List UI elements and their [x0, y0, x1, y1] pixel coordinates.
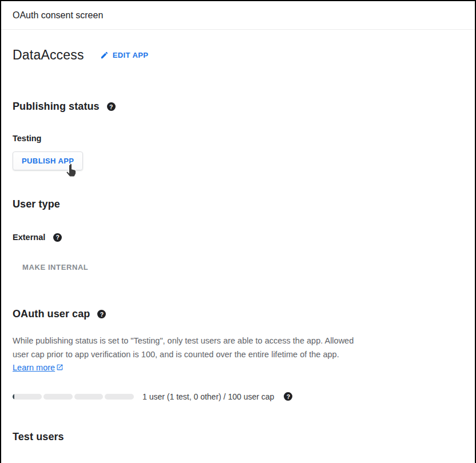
page-title: OAuth consent screen [13, 10, 103, 21]
publishing-status-heading: Publishing status [13, 101, 100, 113]
publish-app-button[interactable]: PUBLISH APP [13, 151, 83, 170]
user-type-heading: User type [13, 198, 60, 210]
progress-segment [74, 394, 104, 400]
edit-app-label: EDIT APP [113, 51, 149, 59]
progress-fill [13, 394, 14, 400]
page-content: DataAccess EDIT APP Publishing status ? … [1, 47, 475, 443]
cap-description-text: While publishing status is set to "Testi… [13, 336, 354, 359]
app-name: DataAccess [13, 47, 84, 63]
user-cap-usage-row: 1 user (1 test, 0 other) / 100 user cap … [13, 392, 463, 401]
user-cap-help-icon[interactable]: ? [284, 392, 292, 401]
learn-more-link[interactable]: Learn more [13, 363, 64, 372]
progress-segment [105, 394, 134, 400]
test-users-heading: Test users [13, 431, 64, 443]
progress-segment [13, 394, 42, 400]
user-cap-usage-text: 1 user (1 test, 0 other) / 100 user cap [142, 392, 274, 401]
publishing-status-value: Testing [13, 134, 463, 143]
app-title-row: DataAccess EDIT APP [13, 47, 463, 63]
user-type-help-icon[interactable]: ? [53, 233, 62, 242]
learn-more-label: Learn more [13, 363, 55, 372]
oauth-consent-page: OAuth consent screen DataAccess EDIT APP… [0, 0, 476, 463]
oauth-user-cap-heading: OAuth user cap [13, 308, 90, 320]
oauth-user-cap-description: While publishing status is set to "Testi… [13, 334, 360, 375]
make-internal-button[interactable]: MAKE INTERNAL [22, 262, 88, 273]
user-type-section: User type [13, 198, 463, 210]
user-type-value: External [13, 233, 45, 242]
publishing-status-help-icon[interactable]: ? [107, 102, 116, 111]
user-type-value-row: External ? [13, 233, 463, 242]
user-cap-progress-bar [13, 394, 134, 400]
test-users-section: Test users [13, 431, 463, 443]
page-header: OAuth consent screen [1, 1, 475, 30]
oauth-user-cap-section: OAuth user cap ? [13, 308, 463, 320]
pencil-icon [100, 51, 109, 59]
publishing-status-section: Publishing status ? [13, 101, 463, 113]
edit-app-button[interactable]: EDIT APP [99, 49, 150, 62]
oauth-user-cap-help-icon[interactable]: ? [97, 310, 106, 318]
open-in-new-icon [55, 363, 64, 372]
progress-segment [43, 394, 73, 400]
